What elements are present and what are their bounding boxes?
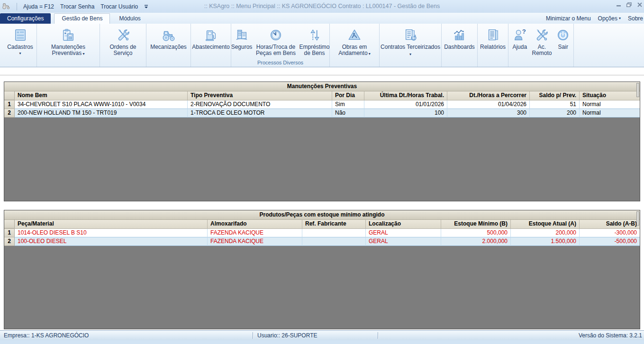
construction-sign-icon <box>347 27 362 43</box>
ribbon-button-ordens-de-servico[interactable]: Ordens de Serviço <box>100 24 146 67</box>
column-header-situacao[interactable]: Situação <box>580 91 640 100</box>
quick-access-toolbar: Ajuda = F12 Trocar Senha Trocar Usuário <box>2 0 148 13</box>
grid-rows: 134-CHEVROLET S10 PLACA WWW-1010 - V0034… <box>4 100 640 118</box>
scrollbar[interactable] <box>636 83 639 97</box>
clipboard-calculator-icon <box>61 27 75 43</box>
ribbon-button-label: Horas/Troca de Peças em Bens <box>252 44 299 56</box>
cell: 1.500,000 <box>511 237 580 246</box>
ribbon-button-mecanizacoes[interactable]: Mecanizações <box>146 24 190 67</box>
ribbon-button-label: Contratos Terceirizados ▾ <box>380 44 441 57</box>
ribbon-button-sair[interactable]: Sair <box>553 24 573 67</box>
ribbon-group-items: ?AjudaAc. RemotoSair <box>508 24 573 67</box>
ribbon-button-label: Ac. Remoto <box>531 44 553 56</box>
ribbon-button-emprestimo-de-bens[interactable]: Empréstimo de Bens <box>299 24 329 60</box>
ribbon-button-label: Empréstimo de Bens <box>299 44 331 56</box>
window-controls <box>614 1 644 8</box>
column-header-localizacao[interactable]: Localização <box>366 220 441 228</box>
table-row[interactable]: 11014-OLEO DIESEL B S10FAZENDA KACIQUEGE… <box>4 229 640 237</box>
ribbon-button-seguros[interactable]: Seguros <box>231 24 252 60</box>
row-number-header <box>4 91 15 100</box>
cell: 500,000 <box>441 229 511 237</box>
about-menu-button[interactable]: Sobre <box>628 15 643 22</box>
wrench-screwdriver-icon <box>116 27 130 43</box>
column-header-ref-fabricante[interactable]: Ref. Fabricante <box>302 220 366 228</box>
scrollbar[interactable] <box>636 211 639 226</box>
close-button[interactable] <box>635 1 644 8</box>
cell: 100-OLEO DIESEL <box>15 237 208 246</box>
cell: 1014-OLEO DIESEL B S10 <box>15 229 208 237</box>
grid-header-row: Nome BemTipo PreventivaPor DiaÚltima Dt.… <box>4 91 640 100</box>
grid-empty-area <box>4 246 640 329</box>
chevron-down-icon: ▾ <box>82 52 84 56</box>
ribbon-button-ac-remoto[interactable]: Ac. Remoto <box>531 24 553 67</box>
ribbon-button-label: Ordens de Serviço <box>100 44 146 56</box>
cell: -300,000 <box>580 229 640 237</box>
row-number-header <box>4 220 15 228</box>
column-header-estoque-atual-a[interactable]: Estoque Atual (A) <box>511 220 580 228</box>
ribbon-tabs: Configurações Gestão de Bens Módulos <box>0 13 148 24</box>
column-header-por-dia[interactable]: Por Dia <box>332 91 364 100</box>
tab-configuracoes[interactable]: Configurações <box>0 13 51 24</box>
ribbon-group-caption: Processos Diversos <box>231 60 329 67</box>
ribbon-button-contratos-terceirizados[interactable]: Contratos Terceirizados ▾ <box>380 24 441 67</box>
tab-gestao-de-bens[interactable]: Gestão de Bens <box>54 13 110 24</box>
column-header-peca-material[interactable]: Peça/Material <box>15 220 208 228</box>
table-row[interactable]: 2100-OLEO DIESELFAZENDA KACIQUEGERAL2.00… <box>4 237 640 246</box>
qat-customize-icon[interactable] <box>144 3 148 10</box>
qat-trocar-usuario[interactable]: Trocar Usuário <box>100 3 138 10</box>
cell <box>302 229 366 237</box>
buildings-icon <box>235 27 249 43</box>
ribbon-button-label: Obras em Andamento ▾ <box>330 44 379 57</box>
minimize-menu-button[interactable]: Minimizar o Menu <box>546 15 591 22</box>
ribbon-button-label: Cadastros ▾ <box>6 44 34 56</box>
ribbon-button-label: Dashboards <box>443 44 476 50</box>
row-number: 1 <box>4 100 15 109</box>
cell: GERAL <box>366 229 441 237</box>
tab-modulos[interactable]: Módulos <box>112 13 147 24</box>
cell: FAZENDA KACIQUE <box>208 229 302 237</box>
cell <box>302 237 366 246</box>
column-header-tipo-preventiva[interactable]: Tipo Preventiva <box>188 91 332 100</box>
ribbon-group-items: Ordens de Serviço <box>100 24 146 67</box>
ribbon-button-abastecimento[interactable]: Abastecimento <box>191 24 231 67</box>
status-empresa: Empresa:: 1-KS AGRONEGÓCIO <box>4 331 89 340</box>
cell: 300 <box>447 109 530 118</box>
column-header-nome-bem[interactable]: Nome Bem <box>15 91 188 100</box>
ribbon-group-items: Abastecimento <box>191 24 231 67</box>
restore-button[interactable] <box>625 1 634 8</box>
minimize-button[interactable] <box>614 1 623 8</box>
ribbon-button-manutencoes-preventivas[interactable]: Manutenções Preventivas ▾ <box>37 24 100 67</box>
tractor-icon <box>162 27 176 43</box>
ribbon-button-label: Relatórios <box>479 44 507 50</box>
options-menu-button[interactable]: Opções▾ <box>598 15 621 22</box>
divider <box>253 332 253 339</box>
cell: 100 <box>364 109 447 118</box>
column-header-saldo-a-b[interactable]: Saldo (A-B) <box>580 220 640 228</box>
cell: Normal <box>580 100 640 109</box>
qat-trocar-senha[interactable]: Trocar Senha <box>60 3 94 10</box>
ribbon-button-relatorios[interactable]: Relatórios <box>478 24 508 67</box>
ribbon-button-dashboards[interactable]: Dashboards <box>442 24 477 67</box>
report-icon <box>486 27 500 43</box>
ribbon-button-cadastros[interactable]: Cadastros ▾ <box>4 24 36 67</box>
ribbon-button-obras-em-andamento[interactable]: Obras em Andamento ▾ <box>330 24 379 67</box>
column-header-ultima-dt-horas-trabal[interactable]: Última Dt./Horas Trabal. <box>364 91 447 100</box>
cell: 200 <box>530 109 580 118</box>
column-header-estoque-minimo-b[interactable]: Estoque Mínimo (B) <box>441 220 511 228</box>
app-tractor-icon <box>2 2 10 11</box>
ribbon-group-items: Contratos Terceirizados ▾ <box>380 24 441 67</box>
column-header-saldo-p-prev[interactable]: Saldo p/ Prev. <box>530 91 580 100</box>
column-header-dt-horas-a-percorrer[interactable]: Dt./Horas a Percorrer <box>447 91 530 100</box>
ribbon-button-horas-troca-de-pecas-em-bens[interactable]: Horas/Troca de Peças em Bens <box>252 24 299 60</box>
column-header-almoxarifado[interactable]: Almoxarifado <box>208 220 302 228</box>
cell: 2-RENOVAÇÃO DOCUMENTO <box>188 100 332 109</box>
qat-ajuda-f12[interactable]: Ajuda = F12 <box>23 3 54 10</box>
ribbon-button-ajuda[interactable]: ?Ajuda <box>508 24 531 67</box>
form-list-icon <box>13 27 27 43</box>
table-row[interactable]: 2200-NEW HOLLAND TM 150 - TRT0191-TROCA … <box>4 109 640 118</box>
ribbon-group-items: Dashboards <box>442 24 477 67</box>
cell: -500,000 <box>580 237 640 246</box>
chevron-down-icon: ▾ <box>7 50 33 56</box>
table-row[interactable]: 134-CHEVROLET S10 PLACA WWW-1010 - V0034… <box>4 100 640 109</box>
chevron-down-icon: ▾ <box>368 52 371 56</box>
